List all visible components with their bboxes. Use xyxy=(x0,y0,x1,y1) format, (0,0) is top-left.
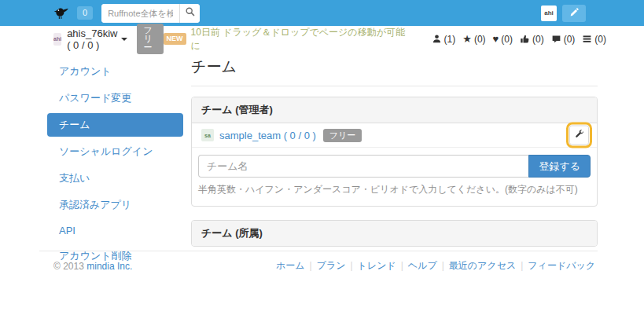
team-plan-badge: フリー xyxy=(323,129,362,142)
sidebar-item-payment[interactable]: 支払い xyxy=(47,167,183,190)
footer: © 2013 mindia Inc. ホーム|プラン|トレンド|ヘルプ|最近のア… xyxy=(0,259,644,273)
comments-stat[interactable]: (0) xyxy=(551,34,576,45)
footer-left: © 2013 mindia Inc. xyxy=(53,261,132,272)
heart-icon: ♥ xyxy=(493,34,499,44)
sidebar-item-approved-apps[interactable]: 承認済みアプリ xyxy=(47,193,183,217)
register-button[interactable]: 登録する xyxy=(528,155,591,178)
page-title: チーム xyxy=(191,50,598,86)
page: 0 ahi xyxy=(0,0,644,315)
footer-link-home[interactable]: ホーム xyxy=(276,260,305,271)
username-dropdown[interactable]: ahis_76kiw ( 0 / 0 ) xyxy=(67,27,117,51)
footer-link-feedback[interactable]: フィードバック xyxy=(528,260,595,271)
company-link[interactable]: mindia Inc. xyxy=(86,261,132,272)
click-highlight-annotation xyxy=(566,123,592,148)
news-link[interactable]: 10日前 ドラッグ＆ドロップでページの移動が可能に xyxy=(191,26,414,53)
chevron-down-icon[interactable] xyxy=(121,38,127,41)
userbar-left: ahi ahis_76kiw ( 0 / 0 ) フリー xyxy=(53,24,164,54)
team-member-panel: チーム (所属) xyxy=(191,220,598,247)
sidebar-item-account[interactable]: アカウント xyxy=(47,60,183,83)
sidebar-item-password[interactable]: パスワード変更 xyxy=(47,86,183,110)
team-admin-panel: チーム (管理者) sa sample_team ( 0 / 0 ) フリー xyxy=(191,97,598,207)
footer-links: ホーム|プラン|トレンド|ヘルプ|最近のアクセス|フィードバック xyxy=(276,259,595,273)
new-badge: NEW xyxy=(164,33,186,45)
wrench-icon xyxy=(575,130,584,141)
bird-logo-icon[interactable] xyxy=(53,6,71,20)
members-stat[interactable]: (1) xyxy=(432,34,456,45)
notification-count-badge[interactable]: 0 xyxy=(77,6,93,20)
team-avatar[interactable]: sa xyxy=(201,129,214,141)
team-member-panel-header: チーム (所属) xyxy=(192,221,597,246)
team-name-help-text: 半角英数・ハイフン・アンダースコア・ピリオドで入力してください。(数字のみは不可… xyxy=(198,183,591,196)
sidebar-item-social-login[interactable]: ソーシャルログイン xyxy=(47,140,183,163)
team-settings-area xyxy=(566,123,592,148)
activity-stats: (1) ★ (0) ♥ (0) (0 xyxy=(425,34,606,45)
thumbs-up-icon xyxy=(520,34,530,44)
userbar-right: NEW 10日前 ドラッグ＆ドロップでページの移動が可能に (1) ★ (0) xyxy=(164,26,606,53)
pages-stat[interactable]: (0) xyxy=(582,34,606,45)
new-page-button[interactable] xyxy=(562,5,586,22)
likes-stat[interactable]: ♥ (0) xyxy=(493,34,513,45)
topbar-right: ahi xyxy=(541,5,586,22)
main-content: チーム チーム (管理者) sa sample_team ( 0 / 0 ) フ… xyxy=(191,50,598,247)
sidebar-item-api[interactable]: API xyxy=(47,220,183,241)
team-settings-button[interactable] xyxy=(569,126,589,145)
footer-link-help[interactable]: ヘルプ xyxy=(408,260,437,271)
list-icon xyxy=(582,34,592,44)
search-button[interactable] xyxy=(179,4,200,23)
copyright-text: © 2013 xyxy=(53,261,84,272)
settings-sidebar: アカウント パスワード変更 チーム ソーシャルログイン 支払い 承認済みアプリ … xyxy=(47,60,183,271)
team-admin-panel-header: チーム (管理者) xyxy=(192,97,597,123)
user-context-bar: ahi ahis_76kiw ( 0 / 0 ) フリー NEW 10日前 ドラ… xyxy=(0,26,644,52)
topbar-left: 0 xyxy=(53,4,541,23)
footer-link-plan[interactable]: プラン xyxy=(317,260,346,271)
sidebar-item-team[interactable]: チーム xyxy=(47,113,183,137)
plan-badge: フリー xyxy=(137,24,163,54)
footer-link-trend[interactable]: トレンド xyxy=(358,260,396,271)
create-team-form: 登録する 半角英数・ハイフン・アンダースコア・ピリオドで入力してください。(数字… xyxy=(192,148,597,206)
team-name-link[interactable]: sample_team ( 0 / 0 ) xyxy=(219,130,316,141)
footer-divider xyxy=(39,251,598,251)
person-icon xyxy=(432,34,442,44)
global-search xyxy=(101,4,200,23)
star-icon: ★ xyxy=(462,34,472,44)
pencil-icon xyxy=(569,7,580,20)
user-avatar-small[interactable]: ahi xyxy=(53,33,61,46)
top-navbar: 0 ahi xyxy=(0,0,644,26)
stars-stat[interactable]: ★ (0) xyxy=(462,34,485,45)
footer-link-recent-access[interactable]: 最近のアクセス xyxy=(449,260,516,271)
search-input[interactable] xyxy=(101,4,179,23)
team-name-input-group: 登録する xyxy=(198,155,591,178)
team-row: sa sample_team ( 0 / 0 ) フリー xyxy=(192,123,597,148)
team-name-input[interactable] xyxy=(198,155,528,178)
user-avatar[interactable]: ahi xyxy=(541,5,557,21)
search-icon xyxy=(185,6,196,20)
thumbs-stat[interactable]: (0) xyxy=(520,34,544,45)
comment-icon xyxy=(551,34,561,44)
